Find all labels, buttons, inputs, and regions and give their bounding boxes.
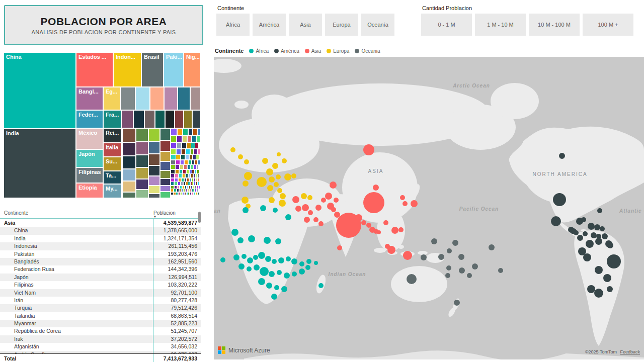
- treemap-tile-estados[interactable]: Estados ...: [76, 53, 113, 86]
- treemap-tile-fra[interactable]: Fra...: [104, 111, 121, 128]
- treemap-tile-cell[interactable]: [121, 87, 135, 110]
- legend-item-oceania[interactable]: Oceania: [355, 48, 380, 54]
- map-bubble-africa[interactable]: [275, 238, 281, 244]
- treemap-tile-cell[interactable]: [187, 143, 191, 148]
- treemap-tile-cell[interactable]: [171, 182, 174, 185]
- treemap-tile-cell[interactable]: [191, 182, 192, 185]
- slicer-option-america[interactable]: América: [253, 14, 286, 36]
- treemap-tile-cell[interactable]: [160, 129, 170, 140]
- treemap-tile-bangl[interactable]: Bangl...: [76, 87, 103, 110]
- treemap-tile-cell[interactable]: [136, 190, 148, 198]
- map-bubble-america[interactable]: [583, 231, 588, 236]
- map-bubble-africa[interactable]: [258, 278, 265, 285]
- treemap-tile-cell[interactable]: [160, 186, 170, 191]
- treemap-tile-cell[interactable]: [184, 182, 185, 185]
- map-bubble-oceania[interactable]: [446, 265, 451, 270]
- map-bubble-asia[interactable]: [363, 144, 374, 155]
- map-bubble-europa[interactable]: [269, 176, 275, 183]
- treemap-tile-cell[interactable]: [155, 111, 165, 128]
- treemap-tile-cell[interactable]: [183, 193, 184, 195]
- table-row-afganistan[interactable]: Afganistán34,656,032: [0, 343, 201, 350]
- map-bubble-africa[interactable]: [238, 263, 245, 269]
- treemap-tile-cell[interactable]: [184, 111, 192, 128]
- treemap-tile-cell[interactable]: [192, 136, 196, 142]
- treemap-tile-cell[interactable]: [197, 189, 198, 192]
- treemap-tile-cell[interactable]: [178, 87, 190, 110]
- treemap-tile-cell[interactable]: [196, 174, 197, 177]
- map-bubble-oceania[interactable]: [467, 273, 472, 278]
- treemap-tile-cell[interactable]: [175, 182, 177, 185]
- treemap-tile-cell[interactable]: [194, 165, 196, 169]
- map-bubble-africa[interactable]: [265, 256, 271, 262]
- treemap-tile-brasil[interactable]: Brasil: [142, 53, 163, 86]
- treemap-tile-filipinas[interactable]: Filipinas: [76, 168, 103, 183]
- treemap-tile-cell[interactable]: [187, 178, 189, 182]
- map-bubble-oceania[interactable]: [445, 273, 450, 278]
- treemap-tile-cell[interactable]: [149, 129, 159, 141]
- map-bubble-america[interactable]: [574, 230, 579, 235]
- treemap-tile-cell[interactable]: [183, 136, 187, 142]
- treemap-tile-china[interactable]: China: [4, 53, 75, 128]
- treemap-tile-cell[interactable]: [175, 186, 177, 189]
- map-bubble-oceania[interactable]: [452, 240, 458, 246]
- map-bubble-oceania[interactable]: [431, 238, 437, 244]
- slicer-option-oceania[interactable]: Oceanía: [361, 14, 394, 36]
- treemap-tile-cell[interactable]: [174, 189, 176, 192]
- map-bubble-africa[interactable]: [260, 267, 269, 276]
- treemap-tile-cell[interactable]: [181, 193, 182, 195]
- treemap-tile-cell[interactable]: [198, 174, 199, 177]
- map-bubble-america[interactable]: [607, 254, 621, 268]
- treemap-tile-cell[interactable]: [171, 174, 174, 177]
- map-bubble-asia[interactable]: [331, 207, 336, 212]
- treemap-tile-cell[interactable]: [149, 186, 159, 193]
- map-bubble-europa[interactable]: [262, 158, 268, 164]
- map-bubble-asia[interactable]: [355, 214, 362, 221]
- treemap-tile-cell[interactable]: [183, 186, 184, 189]
- legend-item-africa[interactable]: África: [249, 48, 269, 54]
- treemap-tile-cell[interactable]: [188, 165, 190, 169]
- treemap-tile-cell[interactable]: [186, 189, 187, 192]
- map-bubble-america[interactable]: [595, 266, 603, 274]
- treemap-tile-cell[interactable]: [160, 162, 170, 170]
- map-bubble-africa[interactable]: [237, 237, 244, 243]
- map-bubble-oceania[interactable]: [454, 300, 460, 306]
- map-bubble-africa[interactable]: [273, 208, 278, 213]
- map-bubble-asia[interactable]: [315, 205, 321, 211]
- map-bubble-africa[interactable]: [286, 256, 291, 261]
- treemap-tile-cell[interactable]: [174, 193, 175, 195]
- treemap-tile-rei[interactable]: Rei...: [104, 129, 121, 142]
- map-bubble-america[interactable]: [607, 242, 613, 248]
- map-bubble-asia[interactable]: [295, 206, 301, 212]
- treemap-tile-cell[interactable]: [182, 149, 185, 154]
- treemap-tile-cell[interactable]: [195, 186, 196, 189]
- map-bubble-asia[interactable]: [403, 201, 408, 206]
- map-bubble-asia[interactable]: [411, 200, 418, 207]
- map-bubble-africa[interactable]: [269, 271, 275, 277]
- map-bubble-africa[interactable]: [278, 257, 284, 263]
- map-bubble-america[interactable]: [595, 238, 602, 245]
- treemap-tile-cell[interactable]: [160, 192, 170, 198]
- treemap-tile-paki[interactable]: Paki...: [164, 53, 183, 86]
- treemap-tile-cell[interactable]: [123, 182, 135, 192]
- slicer-option-asia[interactable]: Asia: [289, 14, 322, 36]
- map-bubble-america[interactable]: [600, 226, 605, 231]
- map-bubble-asia[interactable]: [318, 221, 324, 226]
- treemap-tile-my[interactable]: My...: [104, 185, 121, 198]
- treemap-tile-cell[interactable]: [195, 170, 197, 173]
- treemap-tile-cell[interactable]: [189, 129, 193, 135]
- treemap-tile-cell[interactable]: [193, 129, 197, 135]
- map-bubble-europa[interactable]: [276, 174, 281, 179]
- treemap-tile-feder[interactable]: Feder...: [76, 111, 103, 128]
- treemap-tile-italia[interactable]: Italia: [104, 143, 121, 156]
- map-bubble-asia[interactable]: [361, 220, 366, 225]
- treemap-tile-cell[interactable]: [136, 129, 148, 141]
- table-row-myanmar[interactable]: Myanmar52,885,223: [0, 320, 201, 327]
- map-bubble-europa[interactable]: [244, 172, 252, 180]
- treemap-tile-cell[interactable]: [182, 178, 184, 182]
- treemap-tile-cell[interactable]: [186, 149, 190, 154]
- treemap-tile-cell[interactable]: [198, 182, 199, 185]
- treemap-tile-cell[interactable]: [182, 189, 183, 192]
- legend-item-america[interactable]: América: [274, 48, 299, 54]
- sort-descending-icon[interactable]: ▼: [153, 216, 201, 218]
- map-bubble-asia[interactable]: [400, 195, 405, 200]
